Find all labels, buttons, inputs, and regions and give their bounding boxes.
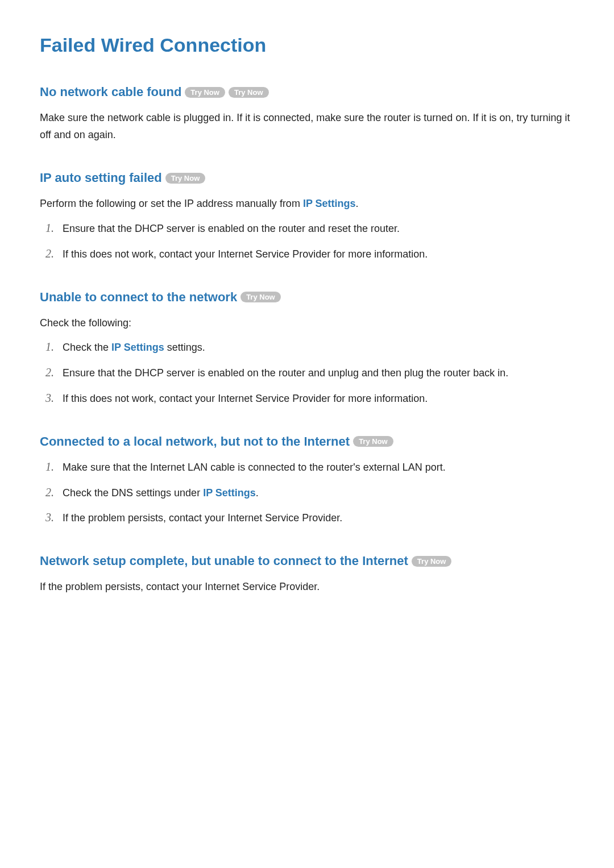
list-item: 2. Ensure that the DHCP server is enable… <box>45 365 574 381</box>
heading-local-not-internet-text: Connected to a local network, but not to… <box>40 434 350 449</box>
list-item: 3. If this does not work, contact your I… <box>45 391 574 407</box>
list-local-not-internet: 1. Make sure that the Internet LAN cable… <box>40 459 574 526</box>
ip-settings-link[interactable]: IP Settings <box>203 487 256 499</box>
list-item: 1. Ensure that the DHCP server is enable… <box>45 221 574 237</box>
list-item: 1. Check the IP Settings settings. <box>45 339 574 356</box>
heading-setup-complete: Network setup complete, but unable to co… <box>40 554 574 568</box>
section-local-not-internet: Connected to a local network, but not to… <box>40 434 574 526</box>
list-number-icon: 2. <box>45 247 63 260</box>
intro-unable-connect: Check the following: <box>40 315 574 332</box>
list-number-icon: 1. <box>45 222 63 235</box>
list-item-text: If this does not work, contact your Inte… <box>63 246 428 263</box>
list-item-text: Ensure that the DHCP server is enabled o… <box>63 221 400 237</box>
list-item-text: If this does not work, contact your Inte… <box>63 391 428 407</box>
heading-no-cable-text: No network cable found <box>40 85 181 99</box>
list-item-text: Check the IP Settings settings. <box>63 339 205 356</box>
list-number-icon: 1. <box>45 340 63 354</box>
intro-ip-auto-pre: Perform the following or set the IP addr… <box>40 198 303 209</box>
list-item-text: Make sure that the Internet LAN cable is… <box>63 459 446 476</box>
try-now-button[interactable]: Try Now <box>165 173 206 184</box>
heading-setup-complete-text: Network setup complete, but unable to co… <box>40 554 408 568</box>
li-pre: Check the DNS settings under <box>63 487 203 499</box>
list-number-icon: 3. <box>45 511 63 524</box>
list-item-text: Ensure that the DHCP server is enabled o… <box>63 365 508 381</box>
try-now-button[interactable]: Try Now <box>412 556 452 567</box>
page: Failed Wired Connection No network cable… <box>0 0 614 868</box>
body-no-cable: Make sure the network cable is plugged i… <box>40 110 574 143</box>
section-setup-complete: Network setup complete, but unable to co… <box>40 554 574 596</box>
section-unable-connect: Unable to connect to the network Try Now… <box>40 290 574 407</box>
heading-unable-connect-text: Unable to connect to the network <box>40 290 237 305</box>
section-no-cable: No network cable found Try Now Try Now M… <box>40 85 574 143</box>
heading-ip-auto: IP auto setting failed Try Now <box>40 171 574 185</box>
try-now-button[interactable]: Try Now <box>353 436 393 447</box>
heading-no-cable: No network cable found Try Now Try Now <box>40 85 574 99</box>
li-post: . <box>256 487 259 499</box>
list-unable-connect: 1. Check the IP Settings settings. 2. En… <box>40 339 574 406</box>
try-now-button[interactable]: Try Now <box>229 87 269 98</box>
try-now-button[interactable]: Try Now <box>240 292 281 302</box>
list-number-icon: 1. <box>45 460 63 474</box>
ip-settings-link[interactable]: IP Settings <box>303 198 356 209</box>
list-number-icon: 3. <box>45 392 63 405</box>
ip-settings-link[interactable]: IP Settings <box>111 342 164 353</box>
list-item-text: If the problem persists, contact your In… <box>63 510 342 526</box>
list-item: 3. If the problem persists, contact your… <box>45 510 574 526</box>
intro-ip-auto: Perform the following or set the IP addr… <box>40 196 574 213</box>
li-post: settings. <box>164 342 205 353</box>
list-item: 2. If this does not work, contact your I… <box>45 246 574 263</box>
list-item: 1. Make sure that the Internet LAN cable… <box>45 459 574 476</box>
list-ip-auto: 1. Ensure that the DHCP server is enable… <box>40 221 574 263</box>
heading-local-not-internet: Connected to a local network, but not to… <box>40 434 574 449</box>
list-item: 2. Check the DNS settings under IP Setti… <box>45 485 574 501</box>
li-pre: Check the <box>63 342 111 353</box>
list-item-text: Check the DNS settings under IP Settings… <box>63 485 259 501</box>
list-number-icon: 2. <box>45 366 63 379</box>
page-title: Failed Wired Connection <box>40 34 574 56</box>
intro-ip-auto-post: . <box>356 198 359 209</box>
heading-unable-connect: Unable to connect to the network Try Now <box>40 290 574 305</box>
body-setup-complete: If the problem persists, contact your In… <box>40 579 574 596</box>
section-ip-auto: IP auto setting failed Try Now Perform t… <box>40 171 574 262</box>
try-now-button[interactable]: Try Now <box>185 87 225 98</box>
list-number-icon: 2. <box>45 486 63 499</box>
heading-ip-auto-text: IP auto setting failed <box>40 171 162 185</box>
